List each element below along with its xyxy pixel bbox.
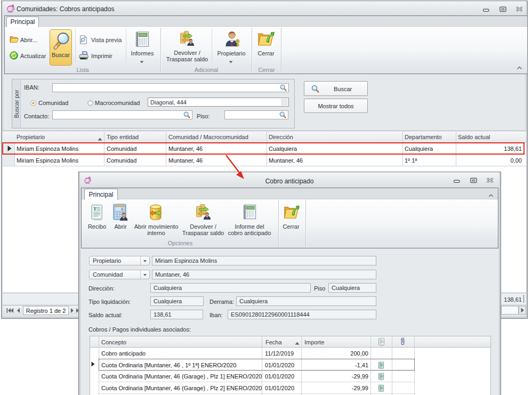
svg-text:T: T <box>93 206 96 212</box>
svg-text:0: 0 <box>121 207 124 212</box>
svg-text:Registro 1 de 2: Registro 1 de 2 <box>26 308 66 314</box>
